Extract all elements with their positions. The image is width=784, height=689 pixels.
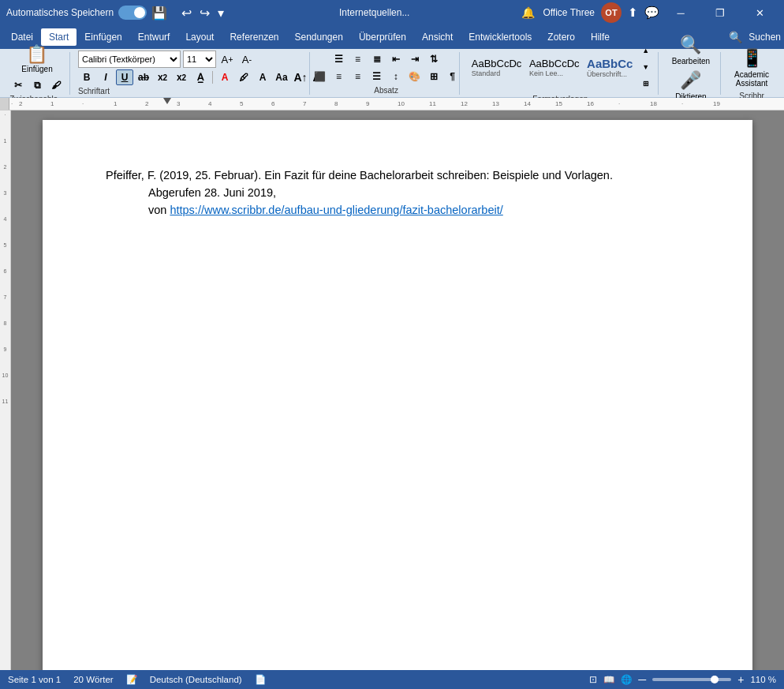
styles-scroll-down[interactable]: ▼ — [637, 59, 655, 75]
redo-icon[interactable]: ↪ — [196, 4, 213, 22]
page-container[interactable]: Pfeiffer, F. (2019, 25. Februar). Ein Fa… — [11, 110, 784, 670]
toolbar-font-group: Calibri (Textkörper) 11 A+ A- B I U ab x… — [73, 52, 310, 95]
menu-item-referenzen[interactable]: Referenzen — [222, 28, 286, 46]
zoom-thumb — [711, 676, 719, 683]
comment-icon[interactable]: 💬 — [644, 6, 659, 20]
line-spacing-button[interactable]: ↕ — [387, 69, 405, 84]
style-kein-lee[interactable]: AaBbCcDc Kein Lee... — [524, 55, 578, 80]
font-size-increase-icon[interactable]: A+ — [218, 51, 236, 67]
style-standard-preview: AaBbCcDc — [472, 58, 522, 69]
track-changes-icon[interactable]: 📄 — [255, 674, 266, 685]
vruler-mark-4: 3 — [0, 190, 10, 196]
sort-button[interactable]: ⇅ — [425, 51, 442, 67]
styles-scroll-up[interactable]: ▲ — [637, 43, 655, 58]
menu-item-einfuegen[interactable]: Einfügen — [77, 28, 129, 46]
superscript-button[interactable]: x2 — [173, 69, 190, 85]
text-case-button[interactable]: Aa — [273, 69, 290, 85]
font-shading-button[interactable]: A — [254, 69, 271, 85]
search-label[interactable]: Suchen — [749, 32, 781, 43]
user-avatar[interactable]: OT — [601, 2, 622, 23]
styles-expand[interactable]: ⊞ — [637, 76, 655, 92]
document-title: Internetquellen... — [227, 7, 521, 18]
bearbeiten-icon: 🔍 — [680, 35, 701, 55]
paste-button[interactable]: 📋 Einfügen — [16, 43, 58, 76]
diktieren-icon: 🎤 — [680, 70, 701, 91]
status-right-controls: ⊡ 📖 🌐 ─ + 110 % — [589, 673, 776, 686]
customize-quick-access-icon[interactable]: ▾ — [215, 4, 227, 22]
layout-view-icon[interactable]: ⊡ — [589, 674, 597, 685]
underline-button[interactable]: U — [116, 69, 133, 85]
list-bullet-button[interactable]: ☰ — [330, 51, 348, 67]
bold-button[interactable]: B — [78, 69, 95, 85]
style-ueberschrift[interactable]: AaBbCc Überschrift... — [581, 54, 633, 81]
save-icon[interactable]: 💾 — [147, 4, 172, 22]
vruler-mark-12: 11 — [0, 399, 10, 404]
zoom-out-icon[interactable]: ─ — [638, 673, 646, 686]
toolbar-scribbr-group: 📱 Academic Assistant Scribbr — [724, 52, 779, 95]
indent-decrease-button[interactable]: ⇤ — [387, 51, 405, 67]
format-painter-icon[interactable]: 🖌 — [47, 77, 65, 93]
word-page[interactable]: Pfeiffer, F. (2019, 25. Februar). Ein Fa… — [43, 120, 752, 670]
close-button[interactable]: ✕ — [741, 0, 778, 25]
align-center-button[interactable]: ≡ — [330, 69, 348, 84]
font-size-decrease-icon[interactable]: A- — [238, 51, 256, 67]
menu-item-ansicht[interactable]: Ansicht — [414, 28, 461, 46]
zoom-slider[interactable] — [652, 678, 731, 681]
minimize-button[interactable]: ─ — [663, 0, 699, 25]
italic-button[interactable]: I — [97, 69, 114, 85]
subscript-button[interactable]: x2 — [154, 69, 171, 85]
vruler-mark-11: 10 — [0, 373, 10, 378]
borders-button[interactable]: ⊞ — [425, 69, 442, 84]
menu-item-layout[interactable]: Layout — [177, 28, 222, 46]
language-label[interactable]: Deutsch (Deutschland) — [150, 675, 242, 684]
menu-item-ueberpruefen[interactable]: Überprüfen — [351, 28, 414, 46]
share-icon[interactable]: ⬆ — [628, 6, 638, 20]
indent-increase-button[interactable]: ⇥ — [406, 51, 424, 67]
zoom-level[interactable]: 110 % — [750, 675, 776, 684]
increase-font-size-icon[interactable]: A↑ — [292, 69, 309, 85]
search-icon[interactable]: 🔍 — [722, 28, 749, 47]
doc-paragraph-1: Pfeiffer, F. (2019, 25. Februar). Ein Fa… — [106, 167, 689, 185]
font-label: Schriftart — [78, 87, 110, 95]
style-standard[interactable]: AaBbCcDc Standard — [466, 55, 521, 80]
copy-icon[interactable]: ⧉ — [28, 77, 46, 93]
read-view-icon[interactable]: 📖 — [603, 674, 614, 685]
strikethrough-button[interactable]: ab — [135, 69, 152, 85]
menu-item-entwurf[interactable]: Entwurf — [130, 28, 178, 46]
font-color-button[interactable]: A — [216, 69, 233, 85]
vruler-mark-7: 6 — [0, 268, 10, 274]
align-right-button[interactable]: ≡ — [349, 69, 367, 84]
ruler: · 2 1 · 1 2 3 4 5 6 7 8 9 10 11 12 13 14… — [0, 98, 784, 110]
spell-check-icon[interactable]: 📝 — [126, 674, 137, 685]
word-count: 20 Wörter — [73, 675, 114, 684]
academic-assistant-button[interactable]: 📱 Academic Assistant — [729, 46, 775, 90]
font-name-select[interactable]: Calibri (Textkörper) — [78, 51, 181, 68]
bearbeiten-button[interactable]: 🔍 Bearbeiten — [666, 32, 715, 68]
shading-button[interactable]: 🎨 — [406, 69, 424, 84]
cut-icon[interactable]: ✂ — [9, 77, 27, 93]
format-buttons-row: B I U ab x2 x2 A̲ A 🖊 A Aa A↑ A↓ — [78, 69, 328, 85]
paragraph-label: Absatz — [374, 86, 398, 95]
clear-format-button[interactable]: A̲ — [192, 69, 209, 85]
web-view-icon[interactable]: 🌐 — [621, 674, 632, 685]
align-left-button[interactable]: ⬛ — [312, 69, 329, 84]
notifications-icon[interactable]: 🔔 — [521, 6, 535, 19]
vruler-mark-8: 7 — [0, 294, 10, 300]
scribbr-link[interactable]: https://www.scribbr.de/aufbau-und-gliede… — [170, 204, 502, 216]
pilcrow-button[interactable]: ¶ — [444, 69, 461, 84]
highlight-button[interactable]: 🖊 — [235, 69, 252, 85]
font-size-select[interactable]: 11 — [183, 51, 216, 68]
justify-button[interactable]: ☰ — [368, 69, 386, 84]
auto-save-label: Automatisches Speichern — [6, 7, 114, 18]
list-multilevel-button[interactable]: ≣ — [368, 51, 386, 67]
restore-button[interactable]: ❐ — [702, 0, 738, 25]
toolbar: 📋 Einfügen ✂ ⧉ 🖌 Zwischenabla... Calibri… — [0, 49, 784, 98]
vruler-mark-9: 8 — [0, 320, 10, 326]
menu-item-sendungen[interactable]: Sendungen — [287, 28, 351, 46]
paste-label: Einfügen — [21, 65, 52, 73]
auto-save-toggle[interactable] — [118, 6, 147, 20]
undo-icon[interactable]: ↩ — [178, 4, 195, 22]
list-number-button[interactable]: ≡ — [349, 51, 367, 67]
vruler-mark-3: 2 — [0, 164, 10, 170]
zoom-in-icon[interactable]: + — [737, 673, 744, 686]
